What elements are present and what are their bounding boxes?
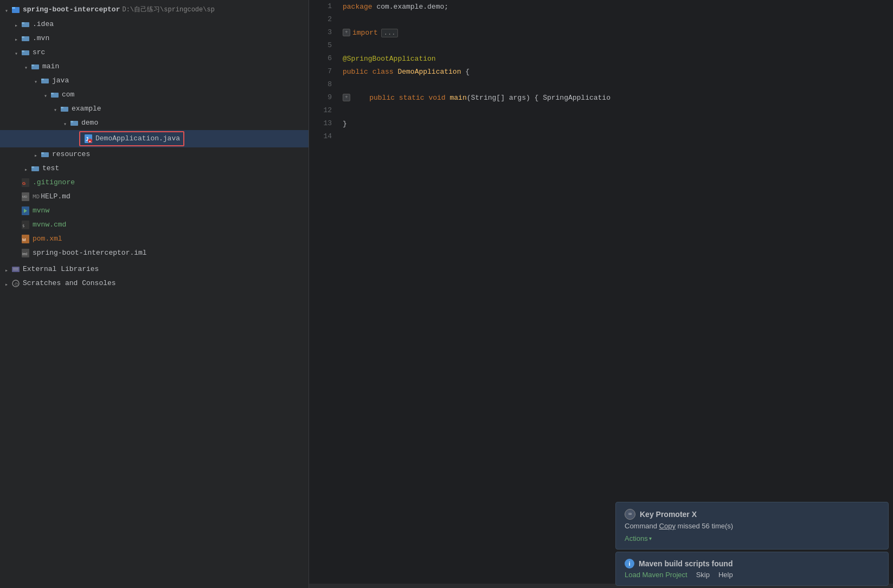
sidebar-item-idea[interactable]: .idea (0, 17, 309, 31)
file-icon-git: G (21, 178, 30, 187)
help-maven-button[interactable]: Help (718, 571, 733, 579)
svg-text:MD: MD (22, 195, 28, 198)
chevron-main (22, 62, 30, 71)
folder-icon-java (40, 76, 50, 85)
notification-key-promoter: ⌨ Key Promoter X Command Copy missed 56 … (615, 502, 889, 550)
project-root-name: spring-boot-interceptor (23, 4, 120, 16)
ln-9: 9 (313, 91, 332, 104)
chevron-project (2, 5, 11, 14)
fold-icon-import[interactable]: + (343, 29, 350, 36)
notification-actions-kpx: Actions ▾ (625, 534, 879, 542)
sidebar-item-gitignore[interactable]: G .gitignore (0, 176, 309, 190)
sidebar-item-main[interactable]: main (0, 60, 309, 74)
label-external: External Libraries (23, 263, 99, 275)
svg-text:G: G (22, 181, 25, 186)
fold-icon-main[interactable]: + (343, 94, 350, 101)
notification-maven: i Maven build scripts found Load Maven P… (615, 552, 889, 586)
notification-actions-maven: Load Maven Project Skip Help (625, 571, 879, 579)
sidebar-item-mvn[interactable]: .mvn (0, 31, 309, 46)
label-mvnw: mvnw (33, 205, 49, 217)
code-line-3: + import ... (343, 26, 893, 39)
chevron-java (31, 76, 40, 85)
svg-rect-13 (51, 93, 54, 94)
label-mvn: .mvn (33, 33, 49, 44)
sidebar-item-external[interactable]: External Libraries (0, 262, 309, 276)
sidebar-item-scratches[interactable]: ⏱ Scratches and Consoles (0, 276, 309, 290)
chevron-example (51, 105, 60, 113)
sidebar-item-mvnw[interactable]: mvnw (0, 204, 309, 218)
skip-maven-button[interactable]: Skip (696, 571, 710, 579)
ln-12: 12 (313, 104, 332, 117)
sidebar-item-demo-application[interactable]: J ● DemoApplication.java (0, 130, 309, 147)
notification-title-maven: Maven build scripts found (639, 559, 733, 568)
chevron-resources (31, 150, 40, 159)
svg-rect-3 (22, 22, 24, 24)
svg-rect-23 (41, 152, 44, 154)
chevron-demo (61, 119, 69, 127)
label-mvnwcmd: mvnw.cmd (33, 219, 66, 231)
ln-5: 5 (313, 39, 332, 52)
label-pomxml: pom.xml (33, 233, 62, 245)
ln-2: 2 (313, 13, 332, 26)
svg-rect-9 (31, 64, 34, 66)
editor-panel: 1 2 3 5 6 7 8 9 12 13 14 package com.exa… (309, 0, 893, 588)
file-icon-pom: M (21, 235, 30, 243)
notifications-area: ⌨ Key Promoter X Command Copy missed 56 … (611, 500, 893, 588)
svg-text:⏱: ⏱ (14, 282, 18, 287)
sidebar-item-iml[interactable]: iml spring-boot-interceptor.iml (0, 246, 309, 260)
code-line-7: public class DemoApplication { (343, 65, 893, 78)
copy-link: Copy (659, 522, 676, 530)
folder-icon-example (60, 105, 69, 113)
label-resources: resources (52, 148, 90, 160)
ln-1: 1 (313, 0, 332, 13)
label-main: main (42, 61, 59, 73)
sidebar-item-demo[interactable]: demo (0, 116, 309, 130)
folder-icon-mvn (21, 34, 30, 43)
chevron-external (2, 265, 11, 274)
label-scratches: Scratches and Consoles (23, 277, 116, 289)
label-idea: .idea (33, 18, 54, 30)
actions-dropdown[interactable]: Actions ▾ (625, 534, 652, 542)
label-example: example (72, 103, 101, 115)
load-maven-button[interactable]: Load Maven Project (625, 571, 688, 579)
code-line-9: + public static void main (String[] args… (343, 91, 893, 104)
file-icon-mvnw (21, 206, 30, 215)
sidebar-item-pomxml[interactable]: M pom.xml (0, 232, 309, 246)
label-com: com (62, 89, 74, 101)
code-area[interactable]: package com.example.demo; + import ... @… (336, 0, 893, 584)
code-line-14 (343, 130, 893, 143)
project-root-path: D:\自己练习\springcode\sp (122, 4, 214, 16)
sidebar-item-mvnwcmd[interactable]: $ mvnw.cmd (0, 218, 309, 232)
file-icon-md: MD (21, 192, 30, 201)
project-icon (11, 5, 21, 15)
chevron-mvn (12, 34, 21, 43)
folder-icon-external (11, 265, 21, 274)
notification-header-kpx: ⌨ Key Promoter X (625, 509, 879, 520)
folder-icon-src (21, 48, 30, 57)
code-line-2 (343, 13, 893, 26)
sidebar-item-help[interactable]: MD MD HELP.md (0, 190, 309, 204)
svg-rect-1 (12, 7, 15, 9)
sidebar-item-java[interactable]: java (0, 74, 309, 88)
svg-text:$: $ (22, 224, 24, 228)
ln-14: 14 (313, 130, 332, 143)
sidebar-item-com[interactable]: com (0, 88, 309, 102)
actions-arrow: ▾ (649, 535, 652, 541)
notification-body-kpx: Command Copy missed 56 time(s) (625, 522, 879, 530)
chevron-src (12, 48, 21, 57)
chevron-test (22, 164, 30, 173)
sidebar-item-resources[interactable]: resources (0, 147, 309, 161)
sidebar-item-example[interactable]: example (0, 102, 309, 116)
svg-rect-5 (22, 36, 24, 38)
sidebar-item-test[interactable]: test (0, 161, 309, 176)
folder-icon-main (30, 62, 40, 71)
sidebar-item-src[interactable]: src (0, 46, 309, 60)
code-line-1: package com.example.demo; (343, 0, 893, 13)
notification-header-maven: i Maven build scripts found (625, 559, 879, 568)
svg-rect-17 (70, 121, 73, 122)
label-java: java (52, 75, 69, 87)
label-help: HELP.md (41, 191, 70, 203)
editor-content: 1 2 3 5 6 7 8 9 12 13 14 package com.exa… (309, 0, 893, 584)
project-root-item[interactable]: spring-boot-interceptor D:\自己练习\springco… (0, 2, 309, 17)
chevron-com (41, 91, 50, 99)
